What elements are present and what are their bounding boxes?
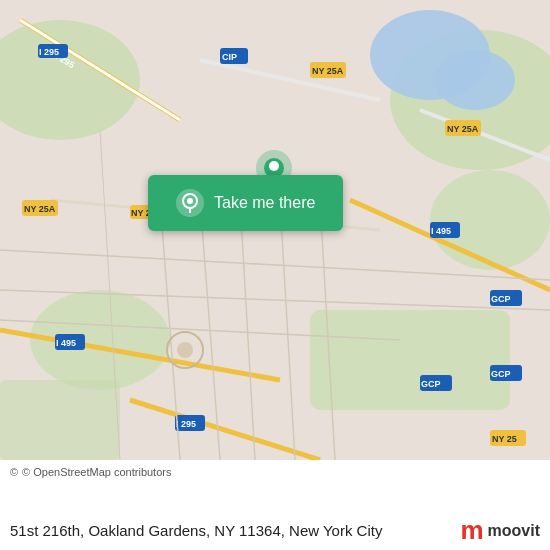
copyright-row: © © OpenStreetMap contributors bbox=[10, 466, 540, 478]
svg-rect-4 bbox=[310, 310, 510, 410]
svg-point-51 bbox=[187, 198, 193, 204]
copyright-text: © OpenStreetMap contributors bbox=[22, 466, 171, 478]
address-text: 51st 216th, Oakland Gardens, NY 11364, N… bbox=[10, 521, 382, 541]
copyright-icon: © bbox=[10, 466, 18, 478]
footer: © © OpenStreetMap contributors 51st 216t… bbox=[0, 460, 550, 550]
svg-text:NY 25: NY 25 bbox=[492, 434, 517, 444]
svg-text:I 295: I 295 bbox=[39, 47, 59, 57]
svg-text:GCP: GCP bbox=[491, 369, 511, 379]
location-pin-icon bbox=[176, 189, 204, 217]
svg-text:NY 25A: NY 25A bbox=[447, 124, 479, 134]
address-row: 51st 216th, Oakland Gardens, NY 11364, N… bbox=[10, 515, 540, 546]
svg-text:GCP: GCP bbox=[491, 294, 511, 304]
svg-text:I 295: I 295 bbox=[176, 419, 196, 429]
take-me-there-button[interactable]: Take me there bbox=[148, 175, 343, 231]
take-me-there-label: Take me there bbox=[214, 194, 315, 212]
moovit-brand-name: moovit bbox=[488, 522, 540, 540]
svg-text:NY 25A: NY 25A bbox=[24, 204, 56, 214]
svg-point-46 bbox=[177, 342, 193, 358]
svg-rect-6 bbox=[0, 380, 120, 460]
svg-text:I 495: I 495 bbox=[56, 338, 76, 348]
svg-text:GCP: GCP bbox=[421, 379, 441, 389]
moovit-logo: m moovit bbox=[460, 515, 540, 546]
svg-text:CIP: CIP bbox=[222, 52, 237, 62]
svg-text:NY 25A: NY 25A bbox=[312, 66, 344, 76]
svg-point-3 bbox=[430, 170, 550, 270]
svg-text:I 495: I 495 bbox=[431, 226, 451, 236]
svg-point-49 bbox=[269, 161, 279, 171]
moovit-m-icon: m bbox=[460, 515, 483, 546]
svg-point-8 bbox=[435, 50, 515, 110]
map-view: I 295 I 295 NY 25A NY 25A NY 25 NY 25A I… bbox=[0, 0, 550, 460]
